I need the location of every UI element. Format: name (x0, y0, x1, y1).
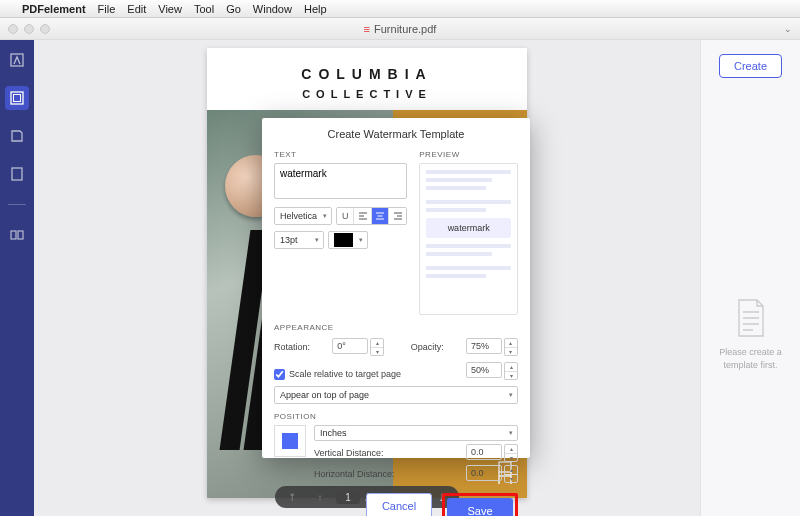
page-subheading: COLLECTIVE (207, 88, 527, 100)
opacity-stepper[interactable]: ▴▾ (504, 338, 518, 356)
page-heading: COLUMBIA (207, 66, 527, 82)
vertical-distance-input[interactable]: 0.0 (466, 444, 502, 460)
units-value: Inches (320, 428, 347, 438)
titlebar-dropdown-icon[interactable]: ⌄ (784, 24, 792, 34)
font-size-select[interactable]: 13pt ▾ (274, 231, 324, 249)
menu-edit[interactable]: Edit (127, 3, 146, 15)
preview-watermark-text: watermark (426, 218, 511, 238)
svg-rect-2 (14, 95, 21, 102)
tool-sidebar (0, 40, 34, 516)
pdf-icon: ≡ (364, 23, 370, 35)
empty-template-icon (735, 298, 767, 338)
menu-view[interactable]: View (158, 3, 182, 15)
svg-rect-3 (12, 168, 22, 180)
section-position-label: POSITION (274, 412, 518, 421)
color-swatch (334, 233, 353, 247)
rotation-input[interactable]: 0° (332, 338, 368, 354)
mac-menubar[interactable]: PDFelement File Edit View Tool Go Window… (0, 0, 800, 18)
section-preview-label: PREVIEW (419, 150, 518, 159)
appear-value: Appear on top of page (280, 390, 369, 400)
sidebar-tool-1-icon[interactable] (5, 48, 29, 72)
text-align-group: U (336, 207, 407, 225)
svg-rect-5 (18, 231, 23, 239)
font-family-value: Helvetica (280, 211, 317, 221)
align-left-button[interactable] (354, 208, 371, 224)
font-family-select[interactable]: Helvetica ▾ (274, 207, 332, 225)
templates-empty-state: Please create a template first. (701, 298, 800, 371)
watermark-preview: watermark (419, 163, 518, 315)
menu-help[interactable]: Help (304, 3, 327, 15)
caret-down-icon: ▾ (323, 212, 327, 220)
vertical-distance-stepper[interactable]: ▴▾ (504, 444, 518, 462)
document-title-text: Furniture.pdf (374, 23, 436, 35)
font-color-select[interactable]: ▾ (328, 231, 368, 249)
section-text-label: TEXT (274, 150, 407, 159)
horizontal-distance-stepper[interactable]: ▴▾ (504, 465, 518, 483)
templates-panel: Create Please create a template first. (700, 40, 800, 516)
menubar-appname[interactable]: PDFelement (22, 3, 86, 15)
opacity-label: Opacity: (411, 342, 444, 352)
create-watermark-dialog: Create Watermark Template TEXT Helvetica… (262, 118, 530, 458)
font-size-value: 13pt (280, 235, 298, 245)
caret-down-icon: ▾ (359, 236, 363, 244)
align-center-button[interactable] (372, 208, 389, 224)
caret-down-icon: ▾ (315, 236, 319, 244)
menu-file[interactable]: File (98, 3, 116, 15)
save-button[interactable]: Save (447, 498, 513, 516)
menu-tool[interactable]: Tool (194, 3, 214, 15)
scale-input[interactable]: 50% (466, 362, 502, 378)
caret-down-icon: ▾ (509, 391, 513, 399)
sidebar-tool-watermark-icon[interactable] (5, 86, 29, 110)
cancel-button[interactable]: Cancel (366, 493, 432, 516)
vertical-distance-label: Vertical Distance: (314, 448, 384, 458)
save-highlight: Save (442, 493, 518, 516)
horizontal-distance-input[interactable]: 0.0 (466, 465, 502, 481)
appear-select[interactable]: Appear on top of page ▾ (274, 386, 518, 404)
watermark-text-input[interactable] (274, 163, 407, 199)
anchor-center-icon (282, 433, 298, 449)
sidebar-tool-5-icon[interactable] (5, 223, 29, 247)
caret-down-icon: ▾ (509, 429, 513, 437)
scale-stepper[interactable]: ▴▾ (504, 362, 518, 380)
scale-label: Scale relative to target page (289, 369, 401, 379)
rotation-stepper[interactable]: ▴▾ (370, 338, 384, 356)
create-template-button[interactable]: Create (719, 54, 782, 78)
opacity-input[interactable]: 75% (466, 338, 502, 354)
sidebar-separator (8, 204, 26, 205)
window-titlebar: ≡Furniture.pdf ⌄ (0, 18, 800, 40)
svg-rect-4 (11, 231, 16, 239)
section-appearance-label: APPEARANCE (274, 323, 518, 332)
rotation-label: Rotation: (274, 342, 310, 352)
align-right-button[interactable] (389, 208, 406, 224)
horizontal-distance-label: Horizontal Distance: (314, 469, 395, 479)
menu-window[interactable]: Window (253, 3, 292, 15)
svg-rect-1 (11, 92, 23, 104)
menu-go[interactable]: Go (226, 3, 241, 15)
underline-button[interactable]: U (337, 208, 354, 224)
position-anchor-picker[interactable] (274, 425, 306, 457)
units-select[interactable]: Inches ▾ (314, 425, 518, 441)
dialog-title: Create Watermark Template (274, 128, 518, 140)
document-title: ≡Furniture.pdf (0, 23, 800, 35)
sidebar-tool-3-icon[interactable] (5, 124, 29, 148)
empty-template-text: Please create a template first. (701, 346, 800, 371)
scale-checkbox[interactable] (274, 369, 285, 380)
sidebar-tool-4-icon[interactable] (5, 162, 29, 186)
